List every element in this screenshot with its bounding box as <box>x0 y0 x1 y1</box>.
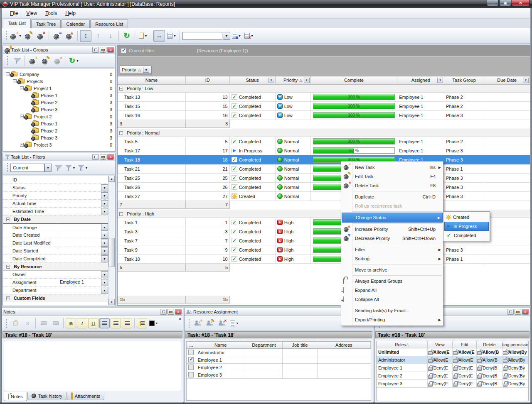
expand-toggle-icon[interactable]: + <box>6 296 10 300</box>
menu-item-always-expand-groups[interactable]: Always Expand Groups <box>341 277 443 286</box>
column-header-assigned[interactable]: Assigned▼ <box>397 76 444 84</box>
align-center-button[interactable] <box>111 318 121 328</box>
filter-row-owner[interactable]: Owner▼ <box>3 271 108 279</box>
filter-row-date-completed[interactable]: Date Completed▼ <box>3 255 108 263</box>
filters-restore-button[interactable] <box>92 154 99 160</box>
filter-dropdown-button[interactable]: ▼ <box>101 200 108 207</box>
column-header-id[interactable]: ID <box>186 76 230 84</box>
filter-dropdown-button[interactable]: ▼ <box>101 247 108 255</box>
expand-toggle-icon[interactable]: − <box>13 79 17 83</box>
resource-row[interactable]: Employee 1 <box>187 356 371 364</box>
resource-remove-assignment-button[interactable]: × <box>217 318 228 329</box>
menu-item-collapse-all[interactable]: +Collapse All <box>341 295 443 304</box>
groups-close-button[interactable]: × <box>107 47 114 53</box>
group-by-chip[interactable]: Priority △ ▼ <box>120 66 151 74</box>
permissions-row[interactable]: Employee 2Deny(EDeny(EDeny(BDeny(By <box>377 372 528 380</box>
permissions-restore-button[interactable] <box>507 309 514 315</box>
tree-item[interactable]: Phase 23 <box>3 99 115 106</box>
bottom-tab-attachments[interactable]: Attachments <box>67 392 104 400</box>
filter-field-value[interactable] <box>58 224 101 231</box>
restore-button[interactable]: ▣ <box>499 0 511 6</box>
menu-item-increase-priority[interactable]: ▲Increase PriorityShift+Ctrl+Up <box>341 225 443 234</box>
filter-dropdown-button[interactable]: ▼ <box>101 208 108 215</box>
resource-column-address[interactable]: Address <box>317 342 371 348</box>
filter-row-priority[interactable]: Priority▼ <box>3 192 108 200</box>
toolbar-overflow-button[interactable]: » <box>179 316 181 321</box>
move-down-button[interactable]: ↓ <box>105 30 116 42</box>
notes-pin-button[interactable] <box>167 309 174 315</box>
tree-item[interactable]: Phase 13 <box>3 120 115 127</box>
column-filter-button[interactable]: ▼ <box>268 78 274 83</box>
tab-calendar[interactable]: Calendar <box>61 20 90 28</box>
tree-item[interactable]: +Project 30 <box>3 141 115 148</box>
underline-button[interactable]: U <box>88 318 99 328</box>
resource-checkbox[interactable] <box>188 365 194 370</box>
italic-button[interactable]: I <box>77 318 87 328</box>
tab-resource-list[interactable]: Resource List <box>90 20 128 28</box>
groups-restore-button[interactable] <box>92 47 99 53</box>
filters-toolbar-drag-handle[interactable] <box>7 163 9 173</box>
menu-help[interactable]: Help <box>61 9 80 18</box>
filter-dropdown-button[interactable]: ▼ <box>101 279 108 286</box>
delete-task-button[interactable]: × <box>35 30 47 42</box>
permissions-column-delete[interactable]: Delete <box>477 341 502 348</box>
reopen-task-button[interactable]: ▲ <box>64 30 75 42</box>
task-row[interactable]: Task 1818✓CompletedNormal100 %Employee 1… <box>118 155 530 164</box>
align-right-button[interactable] <box>122 318 132 328</box>
filter-row-id[interactable]: ID <box>3 176 108 184</box>
task-row[interactable]: Task 1010✓Completed▲HighPhase 1 <box>118 255 530 264</box>
align-left-button[interactable] <box>99 318 110 328</box>
new-group-button[interactable]: + <box>27 55 39 67</box>
filter-row-date-range[interactable]: Date Range▼ <box>3 223 108 231</box>
task-row[interactable]: Task 1313✓Completed▼Low100 %Employee 1Ph… <box>118 93 530 102</box>
apply-filter-button[interactable] <box>52 162 64 174</box>
print-button[interactable] <box>50 318 61 329</box>
clear-filter-button[interactable]: ▼ <box>77 162 89 174</box>
permissions-row[interactable]: Employee 3Deny(EDeny(EDeny(BDeny(By <box>377 380 528 388</box>
filter-dropdown-button[interactable]: ▼ <box>101 240 108 247</box>
edit-group-button[interactable]: ✎ <box>39 55 51 67</box>
columns-button[interactable]: ▼ <box>166 30 177 42</box>
filter-preset-dropdown[interactable]: ▼ <box>44 164 52 172</box>
resource-checkbox[interactable] <box>188 357 194 362</box>
permissions-pin-button[interactable] <box>515 309 521 315</box>
menu-item-edit-task[interactable]: ✎Edit TaskF4 <box>341 172 443 181</box>
menu-tools[interactable]: Tools <box>41 9 61 18</box>
delete-note-button[interactable]: × <box>22 318 33 329</box>
menu-item-duplicate[interactable]: DuplicateCtrl+D <box>341 192 443 201</box>
duplicate-button[interactable]: ▼ <box>137 30 149 42</box>
column-header-task-group[interactable]: Task Group <box>444 76 484 84</box>
permissions-row[interactable]: UnlimitedAllow(EAllow(EAllow(BAllow(By <box>377 348 528 356</box>
filter-section-custom-fields[interactable]: +Custom Fields <box>3 294 108 302</box>
task-row[interactable]: Task 2626✓CompletedNormalPhase 3 <box>118 183 530 192</box>
column-filter-button[interactable]: ▼ <box>523 78 529 83</box>
layout-combo-dropdown[interactable]: ▼ <box>223 32 230 40</box>
filter-row-assignment[interactable]: AssignmentEmployee 1▼ <box>3 279 108 286</box>
menu-view[interactable]: View <box>22 9 41 18</box>
filter-field-value[interactable] <box>58 255 101 262</box>
permissions-column-tting-permissio[interactable]: tting permissio <box>502 341 528 348</box>
column-header-priority[interactable]: Priority△▼ <box>276 76 311 84</box>
filter-row-actual-time[interactable]: Actual Time▼ <box>3 200 108 208</box>
tree-item[interactable]: Phase 23 <box>3 127 115 134</box>
delete-group-button[interactable]: × <box>52 55 64 67</box>
bottom-tab-notes[interactable]: Notes <box>4 392 27 401</box>
resource-toolbar-drag-handle[interactable] <box>188 318 190 328</box>
filters-pin-button[interactable] <box>100 154 106 160</box>
resource-column-name[interactable]: Name <box>196 342 246 348</box>
menu-item-filter[interactable]: Filter▶ <box>341 245 443 254</box>
filter-field-value[interactable] <box>58 286 101 294</box>
tab-task-list[interactable]: Task List <box>3 19 31 28</box>
bullet-list-button[interactable] <box>137 318 147 328</box>
tree-item[interactable]: −Company0 <box>3 71 115 78</box>
filter-dropdown-button[interactable]: ▼ <box>101 224 108 231</box>
toolbar-drag-handle[interactable] <box>6 31 8 41</box>
filter-field-value[interactable]: Employee 1 <box>58 279 101 286</box>
collapse-group-icon[interactable]: − <box>119 212 123 216</box>
resource-column-job-title[interactable]: Job title <box>283 342 317 348</box>
column-header-status[interactable]: Status▼ <box>230 76 276 84</box>
permissions-row[interactable]: AdministratorAllow(EAllow(EAllow(BAllow(… <box>377 356 528 364</box>
task-row[interactable]: Task 1616✓Completed▼Low100 %Employee 1Ph… <box>118 111 530 120</box>
submenu-item-created[interactable]: Created <box>444 213 489 222</box>
menu-item-delete-task[interactable]: ×Delete TaskF8 <box>341 181 443 190</box>
